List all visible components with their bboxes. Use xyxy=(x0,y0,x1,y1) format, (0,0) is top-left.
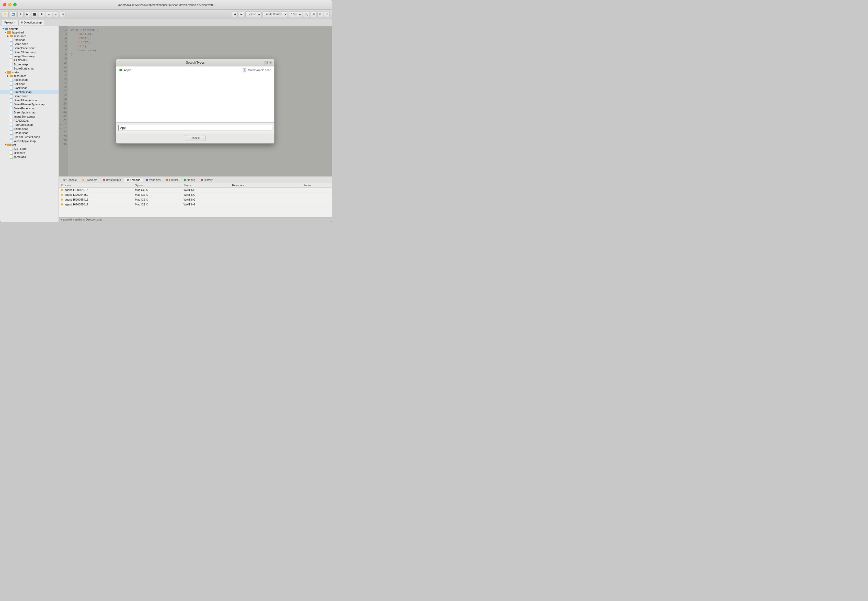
chevron-down-icon: ▼ xyxy=(5,143,7,146)
bottom-panel: Console Problems Breakpoints Threads xyxy=(59,176,332,217)
console-dot xyxy=(63,179,66,181)
sidebar-item-imagestore-snap-flappy[interactable]: ImageStore.snap xyxy=(0,54,58,58)
toolbar-delete-btn[interactable]: 🗑 xyxy=(17,11,23,17)
tab-project[interactable]: Project » xyxy=(2,20,18,25)
cancel-button[interactable]: Cancel xyxy=(185,135,205,141)
sidebar-item-greenapple-snap[interactable]: GreenApple.snap xyxy=(0,110,58,114)
modal-close-button[interactable]: ✕ xyxy=(268,61,272,64)
close-button[interactable] xyxy=(3,3,6,6)
result-item-apple[interactable]: Apple S /snake/Apple.snap xyxy=(116,67,274,73)
sidebar-item-gitignore[interactable]: .gitignore xyxy=(0,151,58,155)
toolbar-pause-btn[interactable]: ⏸ xyxy=(39,11,45,17)
sidebar-item-cell-snap[interactable]: Cell.snap xyxy=(0,82,58,86)
file-icon xyxy=(10,50,13,54)
sidebar-item-apple-snap[interactable]: Apple.snap xyxy=(0,78,58,82)
cell-process: agent-1620055417 xyxy=(61,203,135,206)
sidebar-label: SpecialElement.snap xyxy=(14,136,40,139)
sidebar-item-flappybird[interactable]: ▼ flappybird xyxy=(0,31,58,34)
sidebar-item-scorestate-snap[interactable]: ScoreState.snap xyxy=(0,66,58,70)
history-dot xyxy=(201,179,203,181)
sidebar-item-gamepanel-snap-flappy[interactable]: GamePanel.snap xyxy=(0,46,58,50)
table-row[interactable]: agent-1320054659 Mac OS X WAITING xyxy=(59,192,332,197)
sidebar-item-snake[interactable]: ▼ snake xyxy=(0,70,58,74)
eclipse-select[interactable]: Eclipse xyxy=(246,12,261,17)
sidebar-item-game-snap-snake[interactable]: Game.snap xyxy=(0,94,58,98)
cell-status: WAITING xyxy=(183,188,232,191)
toolbar-folder-btn[interactable]: 📁 xyxy=(2,11,9,17)
toolbar-step-btn[interactable]: ⏭ xyxy=(46,11,52,17)
file-icon xyxy=(10,155,13,159)
tab-problems[interactable]: Problems xyxy=(80,178,100,182)
sidebar-item-gamestatus-snap[interactable]: GameStatus.snap xyxy=(0,50,58,54)
file-icon xyxy=(10,151,13,155)
file-icon xyxy=(10,98,13,102)
sidebar-item-yellowapple-snap[interactable]: YellowApple.snap xyxy=(0,139,58,143)
main-content: ▼ android ▼ flappybird ▶ resources Bird.… xyxy=(0,26,332,222)
maximize-button[interactable] xyxy=(13,3,17,6)
tab-variables-label: Variables xyxy=(149,178,160,182)
sidebar-item-imagestore-snap-snake[interactable]: ImageStore.snap xyxy=(0,114,58,119)
file-icon xyxy=(10,46,13,50)
toolbar-run-btn[interactable]: ▶ xyxy=(24,11,30,17)
sidebar-item-score-snap[interactable]: Score.snap xyxy=(0,63,58,66)
cell-status: WAITING xyxy=(183,203,232,206)
search-input[interactable] xyxy=(118,125,272,131)
modal-resize-button[interactable]: □ xyxy=(264,61,268,64)
sidebar-item-specialelement-snap[interactable]: SpecialElement.snap xyxy=(0,135,58,139)
minimize-button[interactable] xyxy=(8,3,12,6)
sidebar-item-ds-store[interactable]: .DS_Store xyxy=(0,147,58,151)
sidebar-item-shield-snap[interactable]: Shield.snap xyxy=(0,127,58,131)
status-dot xyxy=(61,203,63,206)
cell-focus xyxy=(304,203,330,206)
status-orange-dot: ● xyxy=(73,218,74,221)
sidebar-item-gameelementtype-snap[interactable]: GameElementType.snap xyxy=(0,102,58,106)
tab-variables[interactable]: Variables xyxy=(143,178,163,182)
font-size-select[interactable]: 12px xyxy=(289,12,302,17)
modal-titlebar: Search Types □ ✕ xyxy=(116,59,274,66)
sidebar-item-test[interactable]: ▼ test xyxy=(0,143,58,147)
font-select[interactable]: Lucida Console xyxy=(262,12,288,17)
toolbar-nav-back[interactable]: ◀ xyxy=(232,11,238,17)
toolbar-nav-fwd[interactable]: ▶ xyxy=(239,11,244,17)
result-name: Apple xyxy=(124,69,243,72)
sidebar-item-direction-snap[interactable]: Direction.snap xyxy=(0,90,58,94)
sidebar-item-resources[interactable]: ▶ resources xyxy=(0,34,58,38)
toolbar-extra5[interactable]: ↗ xyxy=(324,11,330,17)
sidebar-item-readme-txt-flappy[interactable]: README.txt xyxy=(0,58,58,63)
toolbar-extra-btn[interactable]: ↩ xyxy=(53,11,59,17)
sidebar-item-gameelement-snap[interactable]: GameElement.snap xyxy=(0,98,58,102)
tab-debug[interactable]: Debug xyxy=(181,178,198,182)
sidebar-item-game-snap-flappy[interactable]: Game.snap xyxy=(0,42,58,46)
sidebar-item-clock-snap[interactable]: Clock.snap xyxy=(0,86,58,90)
tab-breakpoints[interactable]: Breakpoints xyxy=(101,178,124,182)
sidebar-item-game-apk[interactable]: game.apk xyxy=(0,155,58,159)
sidebar-item-readme-txt-snake[interactable]: README.txt xyxy=(0,119,58,123)
sidebar-item-redapple-snap[interactable]: RedApple.snap xyxy=(0,123,58,127)
toolbar-zoom-in[interactable]: 🔍 xyxy=(303,11,310,17)
cell-resource xyxy=(232,198,304,201)
toolbar-save-btn[interactable]: 💾 xyxy=(10,11,16,17)
chevron-down-icon: ▼ xyxy=(5,71,7,73)
toolbar-stop-btn[interactable]: ⬛ xyxy=(31,11,38,17)
toolbar-extra4[interactable]: ⊟ xyxy=(317,11,323,17)
tab-profiler[interactable]: Profiler xyxy=(163,178,181,182)
sidebar-item-snake-snap[interactable]: Snake.snap xyxy=(0,131,58,135)
sidebar-item-android[interactable]: ▼ android xyxy=(0,27,58,31)
sidebar-item-gamepanel-snap-snake[interactable]: GamePanel.snap xyxy=(0,106,58,110)
table-row[interactable]: agent-1420054914 Mac OS X WAITING xyxy=(59,188,332,192)
tab-threads[interactable]: Threads xyxy=(124,178,143,182)
sidebar-item-bird-snap[interactable]: Bird.snap xyxy=(0,38,58,42)
tab-console[interactable]: Console xyxy=(61,178,79,182)
table-row[interactable]: agent-1620055417 Mac OS X WAITING xyxy=(59,202,332,207)
file-icon xyxy=(10,42,13,46)
toolbar-extra3[interactable]: ⊞ xyxy=(311,11,316,17)
file-icon xyxy=(10,139,13,143)
tab-history[interactable]: History xyxy=(198,178,215,182)
table-row[interactable]: agent-1520055416 Mac OS X WAITING xyxy=(59,197,332,202)
sidebar-item-resources-snake[interactable]: ▶ resources xyxy=(0,74,58,78)
tab-direction-snap[interactable]: Direction.snap xyxy=(18,20,44,25)
titlebar: /Users/niallg/Work/development/snapscrip… xyxy=(0,0,332,10)
file-icon xyxy=(10,67,13,70)
toolbar-extra2-btn[interactable]: ⟲ xyxy=(60,11,66,17)
status-dot xyxy=(61,194,63,196)
